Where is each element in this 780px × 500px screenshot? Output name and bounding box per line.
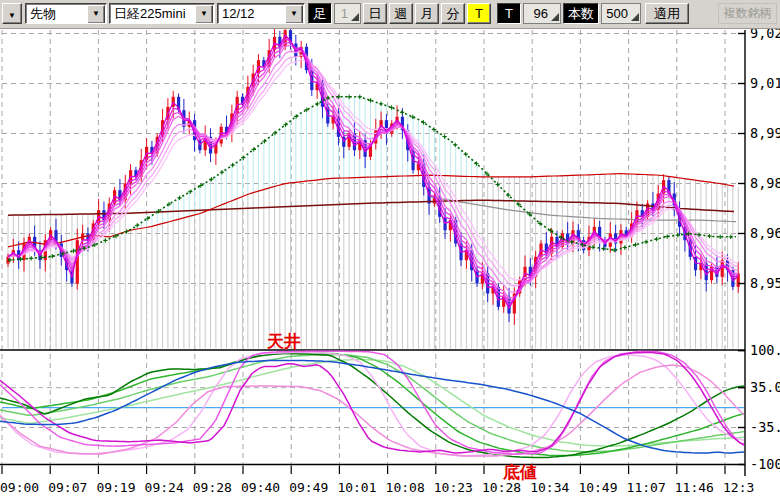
svg-text:10:34: 10:34 — [530, 480, 569, 495]
ceiling-annotation: 天井 — [266, 332, 301, 351]
svg-text:10:08: 10:08 — [386, 480, 425, 495]
toolbar: ▼ 先物 ▼ 日経225mini ▼ 12/12 ▼ 足 1 日 週 月 分 T… — [0, 0, 780, 29]
app-window: { "toolbar": { "dropdown_glyph": "▼", "c… — [0, 0, 780, 500]
tick-size-value: 96 — [534, 6, 548, 21]
svg-text:35.00: 35.00 — [750, 379, 780, 395]
bar-count-value: 500 — [606, 6, 628, 21]
svg-text:09:28: 09:28 — [193, 480, 232, 495]
bottom-annotation: 底値 — [502, 463, 537, 482]
window-dropdown-button[interactable]: ▼ — [2, 3, 22, 24]
svg-text:8,995: 8,995 — [750, 125, 780, 141]
svg-text:100.0: 100.0 — [750, 342, 780, 358]
svg-text:09:49: 09:49 — [289, 480, 328, 495]
svg-text:09:19: 09:19 — [96, 480, 135, 495]
period-day-button[interactable]: 日 — [363, 3, 387, 24]
period-week-button[interactable]: 週 — [389, 3, 413, 24]
grid-layer — [2, 30, 744, 464]
svg-text:8,950: 8,950 — [750, 275, 780, 291]
svg-text:10:23: 10:23 — [434, 480, 473, 495]
svg-text:8,965: 8,965 — [750, 225, 780, 241]
svg-text:09:24: 09:24 — [145, 480, 184, 495]
svg-text:11:07: 11:07 — [627, 480, 666, 495]
symbol-select[interactable]: 日経225mini ▼ — [109, 3, 215, 24]
apply-button[interactable]: 適用 — [645, 3, 689, 24]
date-value: 12/12 — [222, 6, 255, 21]
bar-type-button[interactable]: 足 — [308, 3, 332, 24]
tick-mode-button[interactable]: T — [497, 3, 521, 24]
chevron-down-icon[interactable]: ▼ — [87, 5, 105, 24]
svg-text:12:3: 12:3 — [723, 480, 754, 495]
tick-size-input[interactable]: 96 — [523, 3, 561, 24]
svg-text:10:28: 10:28 — [482, 480, 521, 495]
svg-text:8,980: 8,980 — [750, 175, 780, 191]
svg-text:09:00: 09:00 — [0, 480, 39, 495]
bar-count-input[interactable]: 500 — [601, 3, 641, 24]
svg-text:11:46: 11:46 — [675, 480, 714, 495]
date-select[interactable]: 12/12 ▼ — [217, 3, 305, 24]
chevron-down-icon[interactable]: ▼ — [195, 5, 213, 24]
svg-text:10:49: 10:49 — [578, 480, 617, 495]
spinner-icon[interactable] — [631, 13, 639, 21]
svg-text:-35.0: -35.0 — [750, 419, 780, 435]
price-chart: 9,0259,0108,9958,9808,9658,950100.035.00… — [0, 0, 780, 500]
period-month-button[interactable]: 月 — [415, 3, 439, 24]
chevron-down-icon: ▼ — [8, 11, 16, 20]
period-minute-button[interactable]: 分 — [441, 3, 465, 24]
multi-symbol-label: 複数銘柄 — [718, 3, 777, 24]
svg-text:-100.: -100. — [750, 456, 780, 472]
oscillator-layer — [0, 351, 744, 457]
axis-layer: 9,0259,0108,9958,9808,9658,950100.035.00… — [0, 25, 780, 495]
period-tick-button[interactable]: T — [467, 3, 491, 24]
symbol-value: 日経225mini — [114, 6, 186, 21]
svg-text:09:40: 09:40 — [241, 480, 280, 495]
chevron-down-icon[interactable]: ▼ — [285, 5, 303, 24]
bar-count-button[interactable]: 本数 — [563, 3, 599, 24]
svg-text:9,010: 9,010 — [750, 75, 780, 91]
svg-text:09:07: 09:07 — [48, 480, 87, 495]
spinner-icon[interactable] — [551, 13, 559, 21]
interval-input[interactable]: 1 — [334, 3, 361, 24]
svg-text:10:01: 10:01 — [337, 480, 376, 495]
candles-layer — [6, 19, 739, 325]
category-select[interactable]: 先物 ▼ — [25, 3, 107, 24]
spinner-icon[interactable] — [351, 13, 359, 21]
interval-value: 1 — [341, 6, 348, 21]
category-value: 先物 — [30, 6, 56, 21]
